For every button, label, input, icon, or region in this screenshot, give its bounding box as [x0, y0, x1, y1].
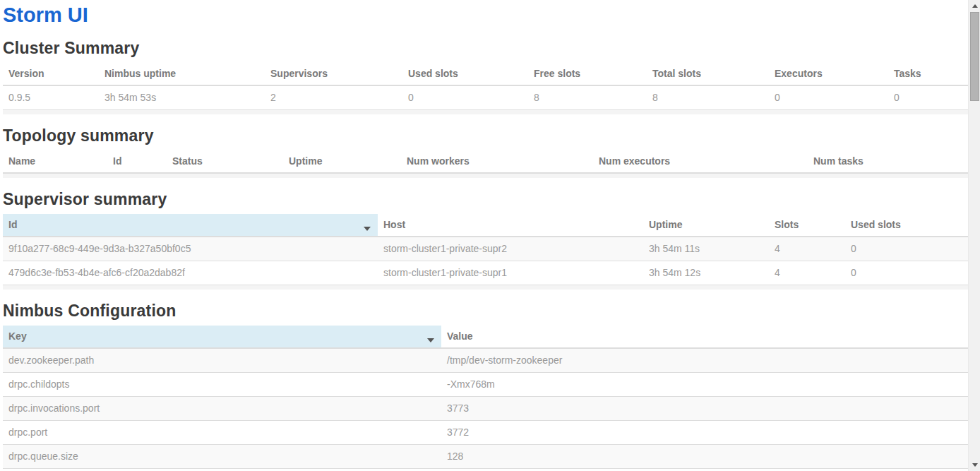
header-key-sorted[interactable]: Key: [3, 326, 441, 348]
cell-uptime: 3h 54m 12s: [643, 261, 769, 285]
cell-supervisor-id: 9f10a277-68c9-449e-9d3a-b327a50bf0c5: [3, 237, 378, 261]
header-key-label: Key: [8, 330, 27, 342]
cell-used-slots: 0: [402, 85, 528, 110]
header-free-slots[interactable]: Free slots: [528, 63, 647, 85]
nimbus-configuration-heading: Nimbus Configuration: [3, 302, 969, 320]
cell-host: storm-cluster1-private-supr1: [378, 261, 643, 285]
triangle-up-glyph: [972, 4, 978, 8]
cluster-header-row: Version Nimbus uptime Supervisors Used s…: [3, 63, 969, 85]
header-slots[interactable]: Slots: [769, 214, 845, 237]
topology-header-row: Name Id Status Uptime Num workers Num ex…: [3, 150, 969, 173]
table-row: dev.zookeeper.path /tmp/dev-storm-zookee…: [3, 348, 969, 373]
table-bottom-strip: [3, 285, 969, 290]
page-title[interactable]: Storm UI: [3, 4, 969, 27]
cell-nimbus-uptime: 3h 54m 53s: [99, 85, 265, 110]
cluster-data-row: 0.9.5 3h 54m 53s 2 0 8 8 0 0: [3, 85, 969, 110]
sort-desc-icon: [427, 338, 434, 342]
table-bottom-strip: [3, 110, 969, 114]
triangle-down-glyph: [972, 463, 978, 467]
cell-config-value: /tmp/dev-storm-zookeeper: [441, 348, 969, 373]
table-row: 479d6c3e-fb53-4b4e-afc6-cf20a2dab82f sto…: [3, 261, 969, 285]
table-row: drpc.port 3772: [3, 421, 969, 445]
cell-config-key: drpc.queue.size: [3, 445, 441, 469]
cell-config-key: drpc.invocations.port: [3, 397, 441, 421]
main-content: Storm UI Cluster Summary Version Nimbus …: [3, 0, 969, 469]
header-nimbus-uptime[interactable]: Nimbus uptime: [99, 63, 265, 85]
header-id[interactable]: Id: [107, 150, 167, 173]
cell-config-value: -Xmx768m: [441, 373, 969, 397]
header-id-sorted[interactable]: Id: [3, 214, 378, 237]
cell-config-value: 3773: [441, 397, 969, 421]
cell-supervisor-id: 479d6c3e-fb53-4b4e-afc6-cf20a2dab82f: [3, 261, 378, 285]
vertical-scrollbar[interactable]: [968, 0, 980, 471]
cell-uptime: 3h 54m 11s: [643, 237, 769, 261]
header-uptime[interactable]: Uptime: [643, 214, 769, 237]
header-tasks[interactable]: Tasks: [888, 63, 969, 85]
table-row: drpc.invocations.port 3773: [3, 397, 969, 421]
supervisor-summary-table: Id Host Uptime Slots Used slots 9f10a277…: [3, 214, 969, 285]
header-used-slots[interactable]: Used slots: [845, 214, 969, 237]
header-used-slots[interactable]: Used slots: [402, 63, 528, 85]
header-num-workers[interactable]: Num workers: [401, 150, 593, 173]
header-num-executors[interactable]: Num executors: [593, 150, 808, 173]
cell-supervisors: 2: [265, 85, 402, 110]
nimbus-configuration-table: Key Value dev.zookeeper.path /tmp/dev-st…: [3, 326, 969, 469]
cell-used-slots: 0: [845, 237, 969, 261]
topology-summary-table: Name Id Status Uptime Num workers Num ex…: [3, 150, 969, 174]
header-uptime[interactable]: Uptime: [283, 150, 401, 173]
table-bottom-strip: [3, 174, 969, 178]
cell-config-key: dev.zookeeper.path: [3, 348, 441, 373]
header-name[interactable]: Name: [3, 150, 107, 173]
table-row: drpc.queue.size 128: [3, 445, 969, 469]
cell-config-value: 3772: [441, 421, 969, 445]
cell-config-key: drpc.childopts: [3, 373, 441, 397]
header-value[interactable]: Value: [441, 326, 969, 348]
topology-summary-heading: Topology summary: [3, 127, 969, 145]
header-status[interactable]: Status: [167, 150, 283, 173]
sort-desc-icon: [364, 227, 371, 231]
header-supervisors[interactable]: Supervisors: [265, 63, 402, 85]
cluster-summary-heading: Cluster Summary: [3, 40, 969, 57]
cell-slots: 4: [769, 261, 845, 285]
scroll-up-icon[interactable]: [969, 0, 980, 12]
header-total-slots[interactable]: Total slots: [647, 63, 769, 85]
cluster-summary-table: Version Nimbus uptime Supervisors Used s…: [3, 63, 969, 110]
scrollbar-thumb[interactable]: [970, 12, 979, 101]
cell-tasks: 0: [888, 85, 969, 110]
table-row: 9f10a277-68c9-449e-9d3a-b327a50bf0c5 sto…: [3, 237, 969, 261]
scroll-down-icon[interactable]: [969, 459, 980, 471]
cell-host: storm-cluster1-private-supr2: [378, 237, 643, 261]
header-executors[interactable]: Executors: [769, 63, 888, 85]
cell-executors: 0: [769, 85, 888, 110]
supervisor-header-row: Id Host Uptime Slots Used slots: [3, 214, 969, 237]
cell-config-value: 128: [441, 445, 969, 469]
nimbus-header-row: Key Value: [3, 326, 969, 348]
header-version[interactable]: Version: [3, 63, 99, 85]
header-id-label: Id: [8, 219, 17, 230]
supervisor-summary-heading: Supervisor summary: [3, 191, 969, 208]
cell-config-key: drpc.port: [3, 421, 441, 445]
header-host[interactable]: Host: [378, 214, 643, 237]
cell-slots: 4: [769, 237, 845, 261]
cell-total-slots: 8: [647, 85, 769, 110]
cell-used-slots: 0: [845, 261, 969, 285]
header-num-tasks[interactable]: Num tasks: [808, 150, 969, 173]
cell-free-slots: 8: [528, 85, 647, 110]
table-row: drpc.childopts -Xmx768m: [3, 373, 969, 397]
cell-version: 0.9.5: [3, 85, 99, 110]
